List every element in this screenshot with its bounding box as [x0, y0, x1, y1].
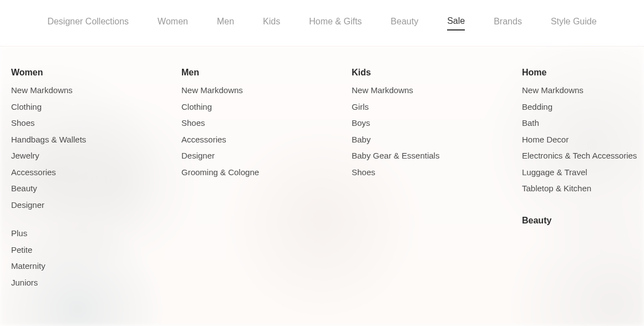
dropdown-heading-kids: Kids [352, 68, 522, 78]
dropdown-link-designer[interactable]: Designer [181, 151, 352, 160]
dropdown-link-jewelry[interactable]: Jewelry [11, 151, 181, 160]
group-gap [11, 216, 181, 228]
dropdown-link-plus[interactable]: Plus [11, 228, 181, 238]
dropdown-heading-beauty: Beauty [522, 216, 637, 226]
topnav-item-brands[interactable]: Brands [494, 17, 522, 30]
dropdown-link-new-markdowns[interactable]: New Markdowns [352, 85, 522, 95]
dropdown-link-clothing[interactable]: Clothing [11, 102, 181, 111]
dropdown-link-luggage-travel[interactable]: Luggage & Travel [522, 167, 637, 177]
dropdown-heading-women: Women [11, 68, 181, 78]
dropdown-link-boys[interactable]: Boys [352, 118, 522, 128]
dropdown-col-women: WomenNew MarkdownsClothingShoesHandbags … [11, 68, 181, 294]
dropdown-link-maternity[interactable]: Maternity [11, 261, 181, 271]
section-gap [522, 200, 637, 216]
dropdown-link-clothing[interactable]: Clothing [181, 102, 352, 111]
dropdown-link-girls[interactable]: Girls [352, 102, 522, 111]
topnav-item-women[interactable]: Women [158, 17, 188, 30]
dropdown-link-electronics-tech-accessories[interactable]: Electronics & Tech Accessories [522, 151, 637, 160]
dropdown-link-juniors[interactable]: Juniors [11, 278, 181, 287]
dropdown-link-new-markdowns[interactable]: New Markdowns [181, 85, 352, 95]
dropdown-link-shoes[interactable]: Shoes [181, 118, 352, 128]
topnav-item-designer-collections[interactable]: Designer Collections [47, 17, 129, 30]
dropdown-col-home: HomeNew MarkdownsBeddingBathHome DecorEl… [522, 68, 637, 294]
dropdown-heading-home: Home [522, 68, 637, 78]
sale-dropdown: WomenNew MarkdownsClothingShoesHandbags … [0, 47, 644, 326]
dropdown-link-new-markdowns[interactable]: New Markdowns [11, 85, 181, 95]
dropdown-link-accessories[interactable]: Accessories [181, 135, 352, 144]
topnav-item-kids[interactable]: Kids [263, 17, 280, 30]
topnav-item-men[interactable]: Men [217, 17, 234, 30]
topnav-item-home-gifts[interactable]: Home & Gifts [309, 17, 362, 30]
topnav-item-beauty[interactable]: Beauty [391, 17, 418, 30]
topnav-item-style-guide[interactable]: Style Guide [551, 17, 597, 30]
dropdown-link-baby[interactable]: Baby [352, 135, 522, 144]
dropdown-heading-men: Men [181, 68, 352, 78]
dropdown-link-accessories[interactable]: Accessories [11, 167, 181, 177]
topnav-item-sale[interactable]: Sale [447, 16, 465, 30]
dropdown-link-grooming-cologne[interactable]: Grooming & Cologne [181, 167, 352, 177]
dropdown-link-baby-gear-essentials[interactable]: Baby Gear & Essentials [352, 151, 522, 160]
dropdown-columns: WomenNew MarkdownsClothingShoesHandbags … [11, 68, 633, 294]
dropdown-link-tabletop-kitchen[interactable]: Tabletop & Kitchen [522, 184, 637, 193]
dropdown-link-beauty[interactable]: Beauty [11, 184, 181, 193]
top-nav: Designer CollectionsWomenMenKidsHome & G… [0, 0, 644, 47]
dropdown-link-petite[interactable]: Petite [11, 245, 181, 254]
dropdown-link-new-markdowns[interactable]: New Markdowns [522, 85, 637, 95]
dropdown-link-handbags-wallets[interactable]: Handbags & Wallets [11, 135, 181, 144]
dropdown-link-designer[interactable]: Designer [11, 200, 181, 210]
dropdown-link-home-decor[interactable]: Home Decor [522, 135, 637, 144]
dropdown-link-bedding[interactable]: Bedding [522, 102, 637, 111]
dropdown-col-men: MenNew MarkdownsClothingShoesAccessories… [181, 68, 352, 294]
dropdown-link-shoes[interactable]: Shoes [352, 167, 522, 177]
dropdown-link-shoes[interactable]: Shoes [11, 118, 181, 128]
dropdown-col-kids: KidsNew MarkdownsGirlsBoysBabyBaby Gear … [352, 68, 522, 294]
dropdown-link-bath[interactable]: Bath [522, 118, 637, 128]
